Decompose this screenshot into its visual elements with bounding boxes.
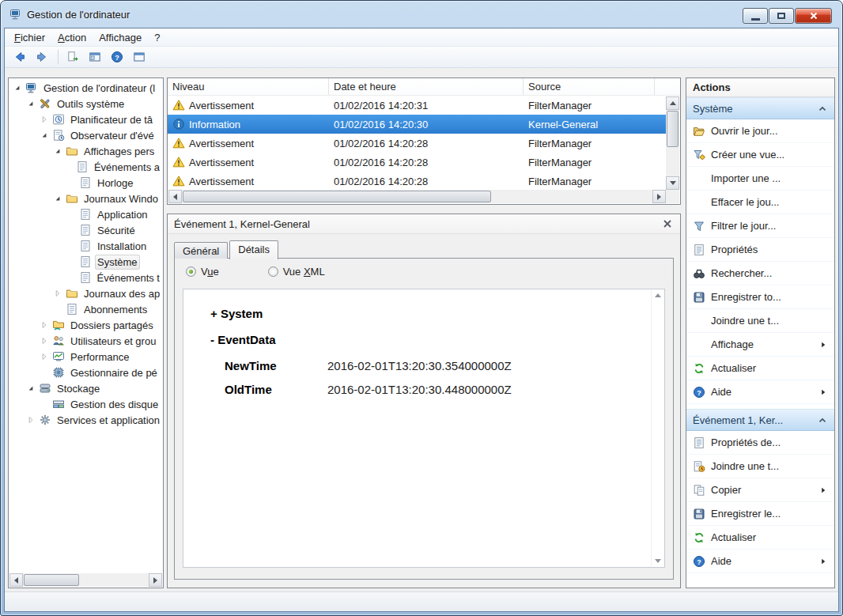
tree-item-gestionnaire-de-pe[interactable]: Gestionnaire de pé <box>9 365 162 380</box>
column-header-niveau[interactable]: Niveau <box>168 78 329 95</box>
scroll-right-button[interactable] <box>652 190 666 203</box>
scrollbar-thumb[interactable] <box>667 111 679 147</box>
tree-item-affichages-pers[interactable]: Affichages pers <box>9 143 162 159</box>
action-affichage[interactable]: Affichage <box>686 333 834 357</box>
actions-section-evenement-1-ker[interactable]: Événement 1, Ker... <box>686 409 834 431</box>
back-button[interactable] <box>9 47 30 66</box>
tree-item-securite[interactable]: Sécurité <box>9 222 162 238</box>
event-row[interactable]: Information01/02/2016 14:20:30Kernel-Gen… <box>168 115 666 134</box>
action-filtrer-le-jour[interactable]: Filtrer le jour... <box>686 214 834 238</box>
tree-item-utilisateurs-et-grou[interactable]: Utilisateurs et grou <box>9 333 162 349</box>
menu-item[interactable]: ? <box>148 29 166 46</box>
tree-item-stockage[interactable]: Stockage <box>9 380 162 396</box>
close-button[interactable] <box>795 8 832 24</box>
detail-scrollbar[interactable] <box>651 290 663 566</box>
action-copier[interactable]: Copier <box>686 478 834 502</box>
event-row[interactable]: Avertissement01/02/2016 14:20:28FilterMa… <box>168 134 666 153</box>
properties-window-button[interactable] <box>129 47 149 66</box>
radio-vue[interactable]: Vue <box>186 266 219 278</box>
scroll-left-button[interactable] <box>168 190 182 203</box>
expander-expanded-icon[interactable] <box>53 146 63 157</box>
expander-expanded-icon[interactable] <box>13 83 23 93</box>
scroll-up-icon[interactable] <box>655 293 661 297</box>
action-effacer-le-jou[interactable]: Effacer le jou... <box>686 191 834 214</box>
expander-collapsed-icon[interactable] <box>26 415 36 425</box>
action-aide[interactable]: ?Aide <box>686 550 834 573</box>
expander-collapsed-icon[interactable] <box>40 115 50 125</box>
expander-collapsed-icon[interactable] <box>40 352 50 362</box>
chevron-up-icon[interactable] <box>817 414 828 425</box>
close-detail-button[interactable] <box>661 217 674 230</box>
expander-expanded-icon[interactable] <box>26 384 36 394</box>
action-importer-une[interactable]: Importer une ... <box>686 167 834 191</box>
action-actualiser[interactable]: Actualiser <box>686 357 834 380</box>
action-rechercher[interactable]: Rechercher... <box>686 262 834 285</box>
tree-item-abonnements[interactable]: Abonnements <box>9 301 162 317</box>
tree-item-evenements-t[interactable]: Événements t <box>9 270 162 285</box>
tab-general[interactable]: Général <box>174 242 228 259</box>
menu-affichage[interactable]: Affichage <box>93 29 148 46</box>
expander-expanded-icon[interactable] <box>26 99 36 109</box>
action-proprietes-de[interactable]: Propriétés de... <box>686 431 834 455</box>
maximize-button[interactable] <box>769 8 794 24</box>
tab-details[interactable]: Détails <box>229 240 278 259</box>
action-actualiser[interactable]: Actualiser <box>686 526 834 550</box>
tree-item-journaux-windo[interactable]: Journaux Windo <box>9 191 162 206</box>
action-proprietes[interactable]: Propriétés <box>686 238 834 262</box>
tree-item-gestion-de-l-ordinateur-l[interactable]: Gestion de l'ordinateur (l <box>9 80 162 96</box>
event-row[interactable]: Avertissement01/02/2016 14:20:31FilterMa… <box>168 96 666 115</box>
action-aide[interactable]: ?Aide <box>686 380 834 404</box>
eventdata-node[interactable]: - EventData <box>210 333 650 346</box>
scrollbar-thumb[interactable] <box>183 191 491 202</box>
expander-expanded-icon[interactable] <box>53 194 63 204</box>
tree-item-journaux-des-ap[interactable]: Journaux des ap <box>9 285 162 301</box>
minimize-button[interactable] <box>743 8 768 24</box>
scroll-right-button[interactable] <box>149 573 162 587</box>
event-list-vertical-scrollbar[interactable] <box>666 96 679 190</box>
tree-item-installation[interactable]: Installation <box>9 238 162 254</box>
expander-collapsed-icon[interactable] <box>40 336 50 346</box>
title-bar[interactable]: Gestion de l'ordinateur <box>1 1 842 28</box>
action-joindre-une-t[interactable]: Joindre une t... <box>686 309 834 333</box>
scroll-left-button[interactable] <box>9 573 23 587</box>
radio-vue-xml[interactable]: Vue XML <box>268 266 325 278</box>
action-enregistrer-to[interactable]: Enregistrer to... <box>686 285 834 309</box>
tree-item-dossiers-partages[interactable]: Dossiers partagés <box>9 317 162 333</box>
tree-item-application[interactable]: Application <box>9 206 162 222</box>
tree-item-systeme[interactable]: Système <box>9 254 162 270</box>
tree-horizontal-scrollbar[interactable] <box>9 573 162 587</box>
tree-item-services-et-application[interactable]: Services et application <box>9 412 162 428</box>
tree-item-performance[interactable]: Performance <box>9 349 162 365</box>
tree-item-planificateur-de-ta[interactable]: Planificateur de tâ <box>9 111 162 127</box>
scroll-down-icon[interactable] <box>655 559 661 563</box>
scrollbar-track[interactable] <box>182 190 652 203</box>
eventdata-node[interactable]: + System <box>210 307 650 320</box>
expander-collapsed-icon[interactable] <box>40 320 50 331</box>
expander-collapsed-icon[interactable] <box>53 289 63 299</box>
chevron-up-icon[interactable] <box>817 103 828 114</box>
event-row[interactable]: Avertissement01/02/2016 14:20:28FilterMa… <box>168 153 666 172</box>
scrollbar-thumb[interactable] <box>24 574 79 586</box>
help-button[interactable]: ? <box>107 47 127 66</box>
action-ouvrir-le-jour[interactable]: Ouvrir le jour... <box>686 119 834 143</box>
column-header-source[interactable]: Source <box>524 78 655 95</box>
tree-item-horloge[interactable]: Horloge <box>9 175 162 191</box>
actions-section-systeme[interactable]: Système <box>686 97 834 119</box>
menu-action[interactable]: Action <box>51 29 93 46</box>
tree-item-evenements-a[interactable]: Événements a <box>9 159 162 175</box>
show-console-tree-button[interactable] <box>85 47 105 66</box>
event-row[interactable]: Avertissement01/02/2016 14:20:28FilterMa… <box>168 172 666 191</box>
scroll-down-button[interactable] <box>666 176 679 190</box>
column-header-date-et-heure[interactable]: Date et heure <box>329 78 524 95</box>
scroll-up-button[interactable] <box>666 96 679 110</box>
tree-item-gestion-des-disque[interactable]: Gestion des disque <box>9 396 162 412</box>
expander-expanded-icon[interactable] <box>40 130 50 141</box>
tree-item-outils-systeme[interactable]: Outils système <box>9 96 162 111</box>
menu-fichier[interactable]: Fichier <box>8 29 51 46</box>
action-creer-une-vue[interactable]: Créer une vue... <box>686 143 834 167</box>
event-list-horizontal-scrollbar[interactable] <box>168 190 666 203</box>
export-list-button[interactable] <box>62 47 83 66</box>
action-joindre-une-t[interactable]: Joindre une t... <box>686 455 834 478</box>
forward-button[interactable] <box>32 47 52 66</box>
scrollbar-track[interactable] <box>23 573 149 587</box>
